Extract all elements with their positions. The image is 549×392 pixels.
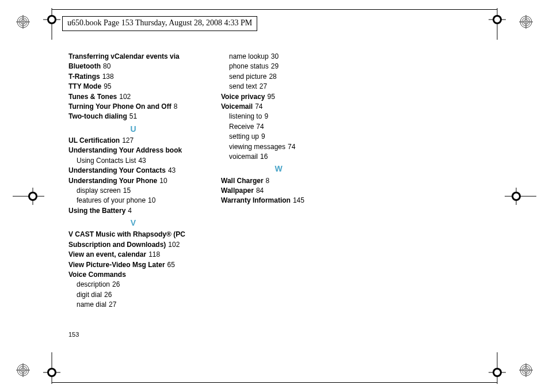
index-topic: T-Ratings <box>68 73 100 81</box>
crop-line-bottom <box>52 382 497 383</box>
index-page: 102 <box>119 93 131 101</box>
index-topic: Two-touch dialing <box>68 112 127 120</box>
svg-point-27 <box>494 17 500 22</box>
index-subtopic: send text <box>229 82 257 90</box>
index-page: 145 <box>293 196 304 204</box>
index-subtopic: viewing messages <box>229 143 285 151</box>
index-topic: Understanding Your Address book <box>68 146 182 154</box>
index-topic: UL Certification <box>68 136 120 144</box>
index-topic: View Picture-Video Msg Later <box>68 261 165 269</box>
index-topic: Using the Battery <box>68 207 125 215</box>
index-page: 10 <box>148 196 155 204</box>
index-entry: Understanding Your Address book <box>68 146 198 155</box>
index-subtopic: phone status <box>229 62 269 70</box>
index-entry: Using the Battery4 <box>68 206 198 216</box>
index-entry: Wallpaper84 <box>221 186 336 196</box>
index-entry: TTY Mode95 <box>68 82 198 92</box>
index-entry: Voice Commands <box>68 270 198 280</box>
page-number: 153 <box>68 331 79 338</box>
index-page: 102 <box>168 241 180 249</box>
index-page: 26 <box>112 280 120 288</box>
index-entry: Understanding Your Phone10 <box>68 176 198 186</box>
index-subtopic: Using Contacts List <box>77 157 136 165</box>
index-page: 84 <box>256 187 264 195</box>
index-subtopic: features of your phone <box>77 196 146 204</box>
index-page: 4 <box>128 207 132 215</box>
index-page: 29 <box>271 62 279 70</box>
index-entry: T-Ratings138 <box>68 72 198 82</box>
crop-mark-icon <box>13 188 44 205</box>
index-page: 10 <box>159 177 167 185</box>
index-entry: Voice privacy95 <box>221 92 336 102</box>
index-entry: View an event, calendar118 <box>68 250 198 260</box>
index-subtopic: listening to <box>229 112 262 120</box>
index-column-2: name lookup30 phone status29 send pictur… <box>221 52 336 310</box>
index-page: 74 <box>288 143 295 151</box>
index-entry: View Picture-Video Msg Later65 <box>68 260 198 270</box>
index-subtopic: Receive <box>229 123 254 131</box>
index-topic: Tunes & Tones <box>68 93 117 101</box>
svg-point-31 <box>49 370 55 375</box>
page-root: u650.book Page 153 Thursday, August 28, … <box>0 0 549 392</box>
index-page: 51 <box>129 112 137 120</box>
index-page: 74 <box>256 123 264 131</box>
index-page: 27 <box>109 300 116 309</box>
page-header-box: u650.book Page 153 Thursday, August 28, … <box>62 16 257 31</box>
index-entry: Understanding Your Contacts43 <box>68 166 198 176</box>
index-page: 43 <box>168 166 176 174</box>
index-entry: Wall Charger8 <box>221 176 336 186</box>
index-page: 26 <box>104 291 112 299</box>
index-entry: V CAST Music with Rhapsody® (PC Subscrip… <box>68 230 198 250</box>
index-subtopic: name dial <box>77 300 106 309</box>
index-page: 95 <box>268 93 275 101</box>
registration-mark-icon <box>519 15 533 29</box>
index-page: 15 <box>123 187 131 195</box>
index-topic: Transferring vCalendar events via Blueto… <box>68 52 180 70</box>
index-topic: Turning Your Phone On and Off <box>68 102 171 111</box>
registration-mark-icon <box>519 363 533 377</box>
registration-mark-icon <box>16 363 30 377</box>
index-subentry: send picture28 <box>221 72 336 82</box>
index-topic: Wallpaper <box>221 187 254 195</box>
index-entry: Transferring vCalendar events via Blueto… <box>68 52 198 72</box>
svg-point-43 <box>513 193 519 199</box>
index-subentry: Using Contacts List43 <box>68 156 198 166</box>
index-subentry: viewing messages74 <box>221 142 336 152</box>
index-topic: TTY Mode <box>68 82 101 90</box>
crop-mark-icon <box>43 352 60 384</box>
index-subentry: Receive74 <box>221 122 336 132</box>
svg-point-35 <box>494 370 500 375</box>
page-header-text: u650.book Page 153 Thursday, August 28, … <box>67 18 252 27</box>
index-page: 9 <box>264 112 268 120</box>
index-page: 118 <box>148 250 160 258</box>
index-topic: Voice privacy <box>221 93 265 101</box>
index-topic: Warranty Information <box>221 196 291 204</box>
index-page: 30 <box>271 52 279 60</box>
index-page: 95 <box>104 82 111 90</box>
index-page: 80 <box>103 62 110 70</box>
index-entry: Voicemail74 <box>221 102 336 112</box>
index-page: 27 <box>260 82 267 90</box>
index-subtopic: digit dial <box>77 291 102 299</box>
index-entry: Warranty Information145 <box>221 196 336 205</box>
index-topic: Voicemail <box>221 102 253 111</box>
index-column-1: Transferring vCalendar events via Blueto… <box>68 52 198 310</box>
index-subentry: digit dial26 <box>68 290 198 300</box>
index-page: 8 <box>174 102 178 111</box>
index-entry: Turning Your Phone On and Off8 <box>68 102 198 112</box>
index-subtopic: display screen <box>77 187 121 195</box>
index-letter-u: U <box>68 123 198 135</box>
index-subentry: setting up9 <box>221 132 336 142</box>
index-subtopic: voicemail <box>229 153 258 161</box>
index-subentry: display screen15 <box>68 186 198 196</box>
index-topic: Voice Commands <box>68 271 126 279</box>
index-subentry: name lookup30 <box>221 52 336 62</box>
registration-mark-icon <box>16 15 30 29</box>
svg-point-39 <box>30 193 36 199</box>
index-page: 8 <box>266 177 270 185</box>
index-page: 9 <box>261 132 265 140</box>
index-subentry: send text27 <box>221 82 336 92</box>
index-subentry: listening to9 <box>221 112 336 121</box>
index-entry: Tunes & Tones102 <box>68 92 198 102</box>
index-subtopic: send picture <box>229 73 266 81</box>
